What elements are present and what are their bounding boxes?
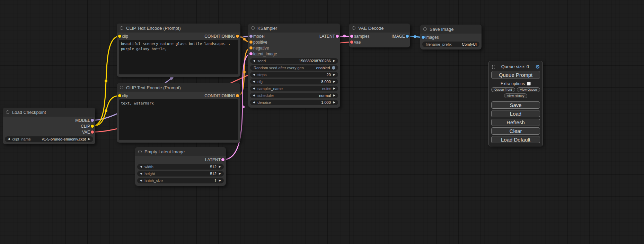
- node-empty-latent-image[interactable]: Empty Latent Image LATENT ◀ width 512 ▶ …: [135, 147, 226, 186]
- widget-random-seed-toggle[interactable]: Random seed after every gen enabled: [250, 65, 338, 71]
- widget-ckpt-name[interactable]: ◀ ckpt_name v1-5-pruned-emaonly.ckpt ▶: [5, 136, 93, 142]
- arrow-left-icon[interactable]: ◀: [8, 138, 10, 141]
- queue-front-button[interactable]: Queue Front: [491, 87, 515, 92]
- node-title: CLIP Text Encode (Prompt): [126, 26, 181, 31]
- input-dot-images[interactable]: [422, 36, 425, 39]
- arrow-left-icon[interactable]: ◀: [253, 101, 255, 104]
- toggle-indicator-icon[interactable]: [332, 66, 335, 70]
- output-dot-image[interactable]: [406, 35, 409, 38]
- collapse-dot-icon[interactable]: [352, 26, 355, 30]
- node-title-bar[interactable]: KSampler: [248, 24, 340, 33]
- output-dot-clip[interactable]: [91, 125, 94, 128]
- slot-row-clip-conditioning: clip CONDITIONING: [117, 93, 240, 99]
- input-dot-samples[interactable]: [350, 35, 353, 38]
- load-default-button[interactable]: Load Default: [491, 136, 540, 143]
- collapse-dot-icon[interactable]: [251, 26, 255, 30]
- widget-batch-size[interactable]: ◀ batch_size 1 ▶: [137, 178, 224, 183]
- output-dot-vae[interactable]: [91, 130, 94, 134]
- arrow-right-icon[interactable]: ▶: [219, 172, 221, 175]
- arrow-right-icon[interactable]: ▶: [333, 87, 335, 90]
- save-button[interactable]: Save: [491, 101, 540, 109]
- node-title: Save Image: [430, 27, 453, 32]
- node-title-bar[interactable]: Save Image: [420, 25, 482, 34]
- arrow-right-icon[interactable]: ▶: [333, 73, 335, 76]
- input-dot-negative[interactable]: [249, 46, 253, 49]
- arrow-left-icon[interactable]: ◀: [253, 60, 255, 62]
- arrow-left-icon[interactable]: ◀: [253, 87, 255, 90]
- input-dot-vae[interactable]: [350, 40, 353, 44]
- arrow-right-icon[interactable]: ▶: [333, 94, 335, 97]
- extra-options-row: Extra options: [491, 81, 540, 86]
- view-history-button[interactable]: View History: [504, 93, 528, 98]
- arrow-left-icon[interactable]: ◀: [253, 73, 255, 76]
- load-button[interactable]: Load: [491, 110, 540, 117]
- refresh-button[interactable]: Refresh: [491, 119, 540, 126]
- node-clip-text-encode-negative[interactable]: CLIP Text Encode (Prompt) clip CONDITION…: [117, 83, 240, 143]
- output-dot-model[interactable]: [91, 119, 94, 122]
- widget-label: width: [144, 165, 153, 169]
- node-title-bar[interactable]: Empty Latent Image: [135, 147, 226, 156]
- input-dot-latent-image[interactable]: [249, 52, 253, 55]
- output-slot-clip: CLIP: [3, 123, 95, 129]
- widget-height[interactable]: ◀ height 512 ▶: [137, 171, 224, 177]
- widget-filename-prefix[interactable]: filename_prefix ComfyUI: [422, 42, 479, 47]
- arrow-left-icon[interactable]: ◀: [253, 94, 255, 97]
- arrow-right-icon[interactable]: ▶: [333, 80, 335, 83]
- widget-cfg[interactable]: ◀ cfg 8.000 ▶: [250, 79, 338, 84]
- widget-label: filename_prefix: [426, 42, 452, 46]
- node-title: Load Checkpoint: [12, 110, 46, 115]
- node-body: clip CONDITIONING text, watermark: [117, 92, 240, 143]
- node-clip-text-encode-positive[interactable]: CLIP Text Encode (Prompt) clip CONDITION…: [117, 24, 240, 77]
- drag-handle-icon[interactable]: [491, 64, 495, 69]
- prompt-textarea[interactable]: text, watermark: [119, 99, 238, 140]
- slot-label: positive: [253, 40, 267, 45]
- queue-prompt-button[interactable]: Queue Prompt: [491, 71, 540, 79]
- arrow-right-icon[interactable]: ▶: [219, 165, 221, 168]
- view-queue-button[interactable]: View Queue: [517, 87, 540, 92]
- node-vae-decode[interactable]: VAE Decode samples IMAGE vae: [349, 24, 410, 47]
- widget-seed[interactable]: ◀ seed 156680208700286 ▶: [250, 58, 338, 64]
- input-dot-clip[interactable]: [118, 35, 121, 38]
- prompt-textarea[interactable]: beautiful scenery nature glass bottle la…: [119, 40, 238, 74]
- arrow-left-icon[interactable]: ◀: [140, 179, 142, 182]
- node-title-bar[interactable]: VAE Decode: [349, 24, 410, 33]
- output-dot-latent[interactable]: [336, 35, 339, 38]
- input-dot-clip[interactable]: [118, 94, 121, 97]
- output-dot-latent[interactable]: [221, 158, 224, 161]
- extra-options-checkbox[interactable]: [527, 82, 531, 85]
- node-title-bar[interactable]: Load Checkpoint: [3, 108, 95, 117]
- slot-label: latent_image: [253, 52, 277, 56]
- arrow-right-icon[interactable]: ▶: [219, 179, 221, 182]
- node-title-bar[interactable]: CLIP Text Encode (Prompt): [117, 24, 240, 33]
- arrow-right-icon[interactable]: ▶: [88, 138, 90, 141]
- arrow-left-icon[interactable]: ◀: [253, 80, 255, 83]
- collapse-dot-icon[interactable]: [423, 27, 427, 31]
- input-dot-model[interactable]: [249, 35, 253, 38]
- arrow-left-icon[interactable]: ◀: [140, 172, 142, 175]
- node-ksampler[interactable]: KSampler model LATENT positive negative …: [248, 24, 340, 108]
- arrow-right-icon[interactable]: ▶: [333, 60, 335, 62]
- widget-steps[interactable]: ◀ steps 20 ▶: [250, 72, 338, 78]
- widget-value: ComfyUI: [462, 42, 477, 46]
- node-save-image[interactable]: Save Image images filename_prefix ComfyU…: [420, 25, 482, 49]
- clear-button[interactable]: Clear: [491, 127, 540, 135]
- widget-sampler-name[interactable]: ◀ sampler_name euler ▶: [250, 86, 338, 91]
- input-dot-positive[interactable]: [249, 40, 253, 44]
- collapse-dot-icon[interactable]: [120, 26, 123, 30]
- slot-label: CONDITIONING: [204, 93, 235, 98]
- collapse-dot-icon[interactable]: [120, 86, 123, 89]
- node-title-bar[interactable]: CLIP Text Encode (Prompt): [117, 83, 240, 92]
- arrow-left-icon[interactable]: ◀: [140, 165, 142, 168]
- collapse-dot-icon[interactable]: [138, 150, 142, 153]
- output-dot-conditioning[interactable]: [236, 94, 239, 97]
- widget-denoise[interactable]: ◀ denoise 1.000 ▶: [250, 100, 338, 105]
- widget-scheduler[interactable]: ◀ scheduler normal ▶: [250, 93, 338, 98]
- widget-width[interactable]: ◀ width 512 ▶: [137, 164, 224, 170]
- node-load-checkpoint[interactable]: Load Checkpoint MODEL CLIP VAE ◀ ckpt_na…: [3, 108, 95, 144]
- collapse-dot-icon[interactable]: [6, 110, 9, 114]
- arrow-right-icon[interactable]: ▶: [333, 101, 335, 104]
- slot-label: VAE: [82, 130, 90, 135]
- output-dot-conditioning[interactable]: [236, 35, 239, 38]
- settings-gear-icon[interactable]: ⚙: [536, 64, 540, 69]
- slot-label: CLIP: [81, 124, 90, 129]
